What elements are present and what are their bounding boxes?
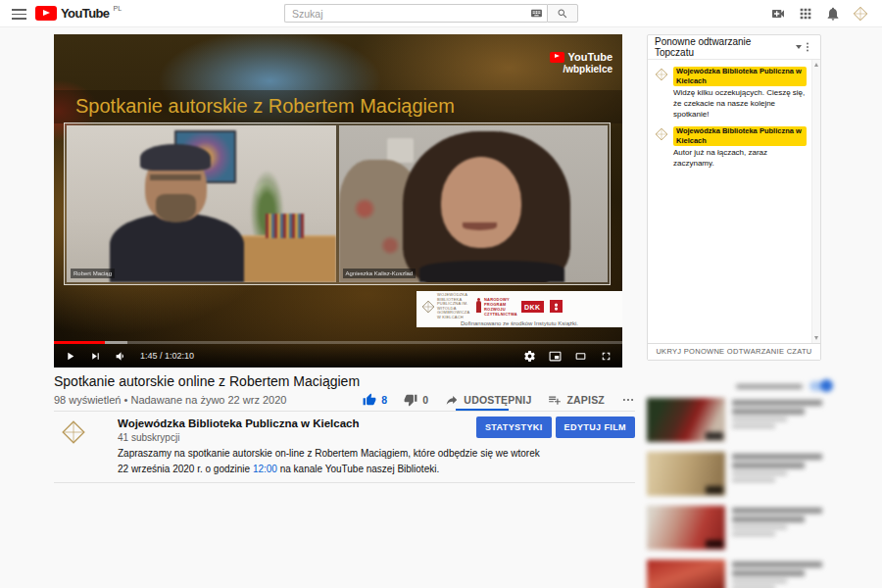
duration-badge: [706, 540, 723, 548]
video-meta-blurred: [732, 506, 822, 550]
reading-program-logo: Narodowy Program Rozwoju Czytelnictwa: [476, 297, 515, 317]
webcam-right-scene: [339, 125, 609, 282]
channel-subscribers: 41 subskrypcji: [118, 432, 179, 443]
video-thumbnail: [647, 398, 725, 442]
library-logo: Wojewódzka Biblioteka Publiczna im. Wito…: [421, 293, 470, 319]
video-meta-blurred: [732, 398, 822, 442]
progress-bar[interactable]: [54, 341, 622, 344]
statistics-button[interactable]: STATYSTYKI: [476, 416, 552, 438]
duration-badge: [706, 432, 723, 440]
menu-hamburger-icon[interactable]: [12, 9, 26, 20]
volume-icon[interactable]: [115, 350, 127, 363]
keyboard-icon[interactable]: [530, 7, 543, 20]
save-button[interactable]: ZAPISZ: [548, 393, 605, 407]
video-player[interactable]: YouTube /wbpkielce Spotkanie autorskie z…: [54, 34, 622, 368]
channel-name[interactable]: Wojewódzka Biblioteka Publiczna w Kielca…: [118, 417, 359, 429]
youtube-play-icon: [35, 6, 57, 21]
library-logo-text: Wojewódzka Biblioteka Publiczna im. Wito…: [437, 293, 470, 319]
recommended-video[interactable]: [647, 506, 831, 550]
speaker-right-name-tag: Agnieszka Kalisz-Koszlad: [343, 269, 416, 278]
like-button[interactable]: 8: [363, 393, 387, 407]
view-count-and-date: 98 wyświetleń • Nadawane na żywo 22 wrz …: [54, 394, 286, 406]
apps-grid-icon[interactable]: [798, 6, 813, 22]
chat-author-avatar[interactable]: [655, 127, 668, 169]
search-input[interactable]: [292, 8, 530, 20]
hide-chat-button[interactable]: UKRYJ PONOWNE ODTWARZANIE CZATU: [648, 343, 820, 360]
chat-header-title: Ponowne odtwarzanie Topczatu: [655, 36, 791, 58]
search-bar: [284, 4, 578, 23]
share-button[interactable]: UDOSTĘPNIJ: [445, 393, 531, 407]
create-video-icon[interactable]: [770, 6, 786, 22]
recommended-video[interactable]: [647, 560, 831, 588]
thumb-down-icon: [404, 393, 417, 407]
channel-watermark[interactable]: YouTube /wbpkielce: [550, 51, 612, 74]
owner-buttons: STATYSTYKI EDYTUJ FILM: [476, 416, 635, 438]
logo-region-badge: PL: [113, 5, 122, 12]
chat-author-badge[interactable]: Wojewódzka Biblioteka Publiczna w Kielca…: [673, 67, 807, 86]
miniplayer-icon[interactable]: [549, 350, 562, 363]
chat-author-badge[interactable]: Wojewódzka Biblioteka Publiczna w Kielca…: [673, 126, 807, 146]
chat-message-text: Autor już na łączach, zaraz zaczynamy.: [673, 148, 767, 168]
like-count: 8: [381, 394, 387, 406]
video-thumbnail: [647, 452, 725, 496]
description-line1: Zapraszamy na spotkanie autorskie on-lin…: [118, 448, 540, 459]
program-logo-text: Narodowy Program Rozwoju Czytelnictwa: [484, 297, 515, 317]
description-line2-before: 22 września 2020 r. o godzinie: [118, 464, 253, 474]
video-thumbnail: [647, 506, 725, 550]
up-next-label-blurred: [647, 366, 831, 377]
description-line2-after: na kanale YouTube naszej Biblioteki.: [277, 464, 439, 474]
live-chat-replay-panel: Ponowne odtwarzanie Topczatu Wojewódzka …: [647, 34, 821, 361]
share-arrow-icon: [445, 393, 459, 407]
autoplay-toggle[interactable]: [809, 381, 831, 391]
settings-gear-icon[interactable]: [523, 350, 536, 363]
scroll-up-arrow[interactable]: [814, 63, 818, 67]
chat-message: Wojewódzka Biblioteka Publiczna w Kielca…: [655, 67, 807, 120]
recommended-video[interactable]: [647, 452, 831, 496]
webcam-left-scene: [67, 125, 336, 282]
search-icon: [557, 8, 568, 20]
player-controls: 1:45 / 1:02:10: [54, 341, 622, 368]
sponsor-banner: Wojewódzka Biblioteka Publiczna im. Wito…: [416, 291, 622, 327]
theater-mode-icon[interactable]: [574, 350, 587, 363]
book-institute-logo: [550, 300, 563, 313]
program-candle-icon: [476, 301, 481, 313]
more-actions-button[interactable]: [621, 393, 635, 407]
video-title: Spotkanie autorskie online z Robertem Ma…: [54, 373, 360, 389]
webcam-frame-left: Robert Maciąg: [67, 125, 336, 282]
playlist-add-icon: [548, 393, 562, 407]
stats-row: 98 wyświetleń • Nadawane na żywo 22 wrz …: [54, 391, 635, 409]
notifications-bell-icon[interactable]: [825, 6, 841, 22]
next-button-icon[interactable]: [89, 350, 102, 363]
dislike-count: 0: [422, 394, 428, 406]
video-meta-blurred: [732, 452, 822, 496]
chat-message: Wojewódzka Biblioteka Publiczna w Kielca…: [655, 126, 807, 169]
play-button-icon[interactable]: [64, 350, 76, 363]
chat-menu-kebab-icon[interactable]: [802, 40, 813, 54]
watermark-handle: /wbpkielce: [550, 64, 612, 74]
timestamp-link[interactable]: 12:00: [253, 464, 277, 474]
recommended-video[interactable]: [647, 398, 831, 442]
chat-header[interactable]: Ponowne odtwarzanie Topczatu: [648, 35, 820, 60]
library-diamond-icon: [421, 300, 435, 314]
autoplay-label-blurred: [736, 384, 803, 389]
video-meta-blurred: [732, 560, 822, 588]
recommendations-sidebar-blurred: [647, 366, 831, 588]
scroll-down-arrow[interactable]: [814, 336, 818, 340]
share-label: UDOSTĘPNIJ: [464, 394, 531, 406]
fullscreen-icon[interactable]: [600, 350, 612, 363]
time-display: 1:45 / 1:02:10: [140, 351, 194, 361]
divider: [54, 411, 635, 412]
watermark-brand: YouTube: [568, 51, 612, 63]
chat-messages: Wojewódzka Biblioteka Publiczna w Kielca…: [648, 60, 820, 343]
divider: [54, 482, 635, 483]
channel-avatar[interactable]: [57, 416, 90, 449]
edit-video-button[interactable]: EDYTUJ FILM: [556, 416, 635, 438]
chat-scrollbar[interactable]: [811, 60, 820, 343]
search-button[interactable]: [547, 4, 578, 23]
account-avatar[interactable]: [853, 6, 868, 22]
video-overlay-title: Spotkanie autorskie z Robertem Maciągiem: [54, 90, 622, 123]
youtube-logo[interactable]: YouTube PL: [35, 6, 122, 21]
chat-author-avatar[interactable]: [655, 68, 668, 120]
dislike-button[interactable]: 0: [404, 393, 428, 407]
video-thumbnail: [647, 560, 725, 588]
